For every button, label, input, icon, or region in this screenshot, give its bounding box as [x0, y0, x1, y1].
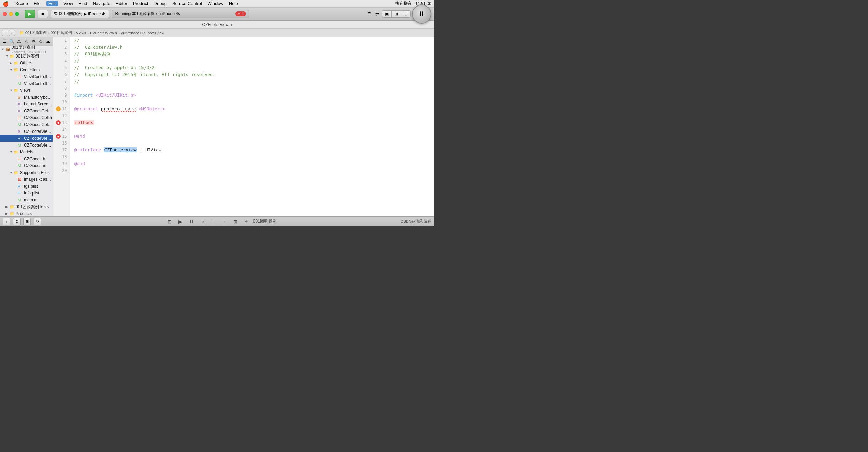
tree-item-czfooterviewm[interactable]: M CZFooterView.m — [0, 142, 53, 149]
location-simulate-icon[interactable]: ⌖ — [242, 218, 250, 225]
menu-view[interactable]: View — [63, 1, 73, 6]
step-out-icon[interactable]: ↑ — [220, 218, 228, 225]
view-debugger-icon[interactable]: ⊞ — [231, 218, 239, 225]
sidebar-icon-debug[interactable]: ≋ — [31, 38, 36, 45]
tree-item-models[interactable]: 📁 Models — [0, 149, 53, 155]
tree-item-czgoodscellxib[interactable]: X CZGoodsCell.xib — [0, 108, 53, 114]
step-over-icon[interactable]: ⇥ — [198, 218, 207, 225]
line-num-18: 18 — [56, 153, 67, 160]
tree-item-czgoodsm[interactable]: M CZGoods.m — [0, 162, 53, 169]
tree-item-controllers[interactable]: 📁 Controllers — [0, 66, 53, 73]
menu-product[interactable]: Product — [133, 1, 148, 6]
menu-xcode[interactable]: Xcode — [15, 1, 28, 6]
tree-label-launchscreen: LaunchScreen.xib — [24, 102, 53, 106]
tree-item-viewcontrollerh[interactable]: H ViewController.h — [0, 73, 53, 80]
scheme-selector[interactable]: 🏗 001团购案例 ▶ iPhone 4s — [51, 10, 109, 18]
line-num-8: 8 — [56, 85, 67, 92]
editor-layout-icon[interactable]: ⊡ — [165, 218, 174, 225]
menu-debug[interactable]: Debug — [154, 1, 167, 6]
nav-fwd-btn[interactable]: › — [9, 30, 15, 36]
code-line-7: // — [74, 78, 430, 85]
menu-navigate[interactable]: Navigate — [92, 1, 110, 6]
tree-item-tests[interactable]: 📁 001团购案例Tests — [0, 203, 53, 210]
editor-version-btn[interactable]: ⊟ — [401, 10, 411, 18]
tree-item-info[interactable]: P Info.plist — [0, 190, 53, 197]
tree-item-mainm[interactable]: M main.m — [0, 197, 53, 203]
tree-item-czgoodscellm[interactable]: M CZGoodsCell.m — [0, 121, 53, 128]
maximize-button[interactable] — [15, 12, 19, 16]
folder-icon-models: 📁 — [14, 150, 19, 154]
breadcrumb-label-0[interactable]: 001团购案例 — [25, 30, 47, 35]
breadcrumb-label-4[interactable]: @interface CZFooterView — [121, 31, 164, 35]
filter-btn[interactable]: ⊞ — [23, 218, 31, 225]
breadcrumb-sep-1: › — [73, 31, 75, 35]
menu-edit[interactable]: Edit — [46, 1, 58, 6]
menu-help[interactable]: Help — [229, 1, 238, 6]
code-line-14 — [74, 126, 430, 133]
scope-btn[interactable]: ⊙ — [13, 218, 21, 225]
toggle-sidebar-icon[interactable]: ☰ — [365, 11, 372, 17]
tree-item-czgoodscellh[interactable]: H CZGoodsCell.h — [0, 114, 53, 121]
editor-only-btn[interactable]: ▣ — [382, 10, 392, 18]
tree-label-views: Views — [20, 88, 31, 93]
close-button[interactable] — [3, 12, 7, 16]
tree-item-products[interactable]: 📁 Products — [0, 210, 53, 216]
code-editor[interactable]: 1 2 3 4 5 6 7 8 9 10 ⚠ 11 12 ● 13 14 — [53, 37, 434, 216]
run-debug-icon[interactable]: ▶ — [176, 218, 185, 225]
sidebar-icon-search[interactable]: 🔍 — [9, 38, 14, 45]
editor-assistant-btn[interactable]: ⊞ — [392, 10, 401, 18]
file-icon-viewcontrollerm: M — [18, 81, 23, 86]
copyright-label: CSDN@清风.编程 — [401, 219, 431, 223]
run-button[interactable]: ▶ — [25, 10, 35, 18]
tree-item-launchscreen[interactable]: X LaunchScreen.xib — [0, 101, 53, 108]
code-line-5: // Created by apple on 15/3/2. — [74, 64, 430, 71]
sidebar-icon-breakpoints[interactable]: ◇ — [38, 38, 44, 45]
tree-item-images[interactable]: 🖼 Images.xcassets — [0, 176, 53, 183]
minimize-button[interactable] — [9, 12, 13, 16]
window-controls — [3, 12, 19, 16]
nav-back-btn[interactable]: ‹ — [2, 30, 8, 36]
sidebar-icon-reports[interactable]: ☁ — [46, 38, 51, 45]
tree-item-czfooterviewxib[interactable]: X CZFooterView.xib — [0, 128, 53, 135]
breadcrumb-label-1[interactable]: 001团购案例 — [51, 30, 72, 35]
tree-item-czfooterviewh[interactable]: H CZFooterView.h — [0, 135, 53, 142]
tree-item-czgoodsh[interactable]: H CZGoods.h — [0, 155, 53, 162]
tree-arrow-others — [10, 61, 14, 65]
tree-item-supporting[interactable]: 📁 Supporting Files — [0, 169, 53, 176]
file-icon-czfooterviewxib: X — [18, 129, 23, 134]
menu-file[interactable]: File — [34, 1, 41, 6]
error-indicator-15: ● — [56, 134, 61, 139]
file-icon-czgoodsm: M — [18, 164, 23, 168]
scheme-name: 001团购案例 — [59, 11, 82, 17]
step-into-icon[interactable]: ↓ — [209, 218, 218, 225]
refresh-btn[interactable]: ↻ — [34, 218, 41, 225]
tree-item-viewcontrollerm[interactable]: M ViewController.m — [0, 80, 53, 87]
menu-window[interactable]: Window — [208, 1, 223, 6]
tree-arrow-project — [5, 54, 10, 58]
breadcrumb-item-0[interactable]: 📁 — [19, 30, 24, 35]
apple-menu[interactable]: 🍎 — [3, 1, 9, 7]
tree-arrow-views — [10, 89, 14, 92]
sidebar-icon-tests[interactable]: △ — [24, 38, 29, 45]
tree-item-root-group[interactable]: 📦 001团购案例 2 targets, iOS SDK 8.1 — [0, 46, 53, 53]
stop-button[interactable]: ■ — [38, 10, 48, 18]
breadcrumb-label-3[interactable]: CZFooterView.h — [90, 31, 117, 35]
tree-item-views[interactable]: 📁 Views — [0, 87, 53, 94]
nav-icon[interactable]: ⇄ — [374, 11, 381, 17]
add-file-btn[interactable]: + — [3, 218, 10, 225]
code-content[interactable]: // // CZFooterView.h // 001团购案例 // // Cr… — [70, 37, 434, 216]
breadcrumb-label-2[interactable]: Views — [76, 31, 86, 35]
tree-item-mainstoryboard[interactable]: S Main.storyboard — [0, 94, 53, 101]
sidebar-icon-navigator[interactable]: ☰ — [2, 38, 7, 45]
sidebar-icon-issues[interactable]: ⚠ — [16, 38, 22, 45]
bottom-bar: + ⊙ ⊞ ↻ ⊡ ▶ ⏸ ⇥ ↓ ↑ ⊞ ⌖ 001团购案例 CSDN@清风.… — [0, 216, 434, 226]
tree-item-others[interactable]: 📁 Others — [0, 60, 53, 66]
tree-label-project: 001团购案例 — [16, 53, 39, 59]
pause-debug-icon[interactable]: ⏸ — [187, 218, 196, 225]
line-num-7: 7 — [56, 78, 67, 85]
menu-find[interactable]: Find — [78, 1, 87, 6]
tree-item-tgs[interactable]: P tgs.plist — [0, 183, 53, 190]
bottom-right: CSDN@清风.编程 — [401, 219, 431, 224]
menu-source-control[interactable]: Source Control — [172, 1, 202, 6]
menu-editor[interactable]: Editor — [116, 1, 127, 6]
